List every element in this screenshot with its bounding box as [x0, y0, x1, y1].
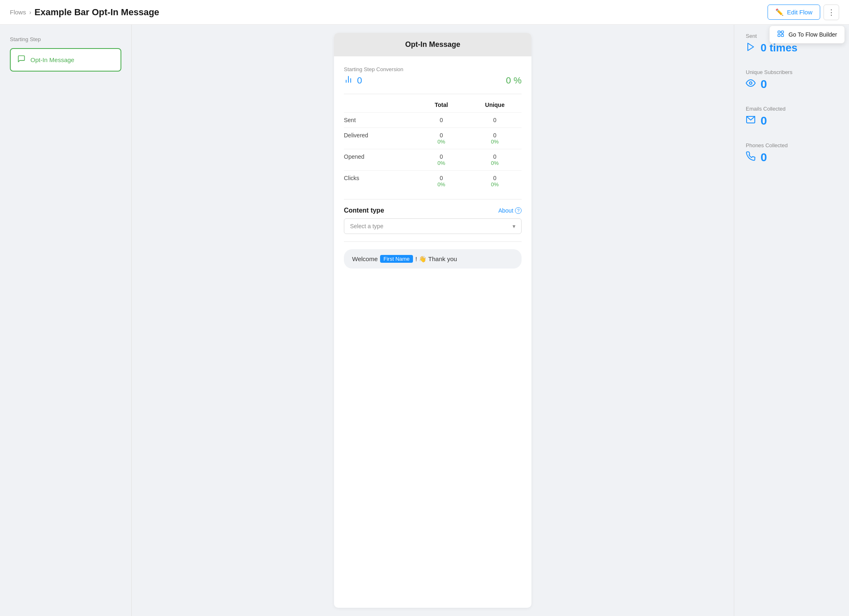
row-total-delivered: 0 0% — [415, 132, 468, 145]
question-icon: ? — [515, 207, 522, 214]
main-layout: Starting Step Opt-In Message Opt-In Mess… — [0, 25, 849, 616]
svg-marker-9 — [748, 43, 754, 51]
chevron-down-icon: ▾ — [513, 223, 515, 229]
row-unique-sent: 0 — [468, 117, 522, 123]
send-icon — [746, 42, 756, 54]
divider-3 — [344, 241, 522, 242]
message-icon — [17, 55, 26, 65]
breadcrumb-flows[interactable]: Flows — [10, 9, 26, 16]
stat-phones-collected: Phones Collected 0 — [746, 142, 837, 164]
edit-flow-button[interactable]: ✏️ Edit Flow — [768, 5, 820, 20]
phones-collected-row: 0 — [746, 151, 837, 164]
svg-rect-0 — [778, 31, 780, 33]
header-right: ✏️ Edit Flow ⋮ — [768, 5, 839, 20]
header: Flows › Example Bar Opt-In Message ✏️ Ed… — [0, 0, 849, 25]
envelope-icon — [746, 115, 756, 127]
more-options-button[interactable]: ⋮ — [823, 5, 839, 20]
phone-icon — [746, 151, 756, 164]
conversion-percent: 0 % — [506, 75, 522, 86]
row-total-sent: 0 — [415, 117, 468, 123]
content-type-title: Content type — [344, 207, 384, 214]
divider-2 — [344, 199, 522, 199]
svg-rect-1 — [781, 31, 783, 33]
eye-icon — [746, 78, 756, 90]
row-total-clicks: 0 0% — [415, 175, 468, 188]
unique-subscribers-value: 0 — [761, 78, 767, 91]
row-unique-clicks: 0 0% — [468, 175, 522, 188]
header-left: Flows › Example Bar Opt-In Message — [10, 7, 159, 18]
emails-collected-row: 0 — [746, 114, 837, 127]
row-label-delivered: Delivered — [344, 132, 415, 139]
conversion-title: Starting Step Conversion — [344, 66, 522, 72]
col-total: Total — [415, 102, 468, 108]
go-to-flow-builder-label: Go To Flow Builder — [789, 31, 837, 38]
sidebar-item-label: Opt-In Message — [30, 56, 74, 63]
message-prefix: Welcome — [352, 255, 378, 262]
col-unique: Unique — [468, 102, 522, 108]
about-link[interactable]: About ? — [498, 207, 522, 214]
divider-1 — [344, 94, 522, 94]
svg-point-10 — [749, 82, 752, 84]
conversion-left: 0 — [344, 75, 362, 86]
row-unique-delivered: 0 0% — [468, 132, 522, 145]
stat-unique-subscribers: Unique Subscribers 0 — [746, 69, 837, 91]
page-title: Example Bar Opt-In Message — [35, 7, 159, 18]
sidebar: Starting Step Opt-In Message — [0, 25, 132, 616]
right-panel: Sent 0 times Unique Subscribers — [734, 25, 849, 616]
panel-header-title: Opt-In Message — [334, 33, 531, 56]
panel-body: Starting Step Conversion 0 — [334, 56, 531, 278]
message-suffix: ! 👋 Thank you — [415, 255, 457, 263]
chart-icon — [344, 75, 353, 86]
sidebar-item-opt-in[interactable]: Opt-In Message — [10, 48, 121, 72]
conversion-section: Starting Step Conversion 0 — [344, 66, 522, 86]
row-unique-opened: 0 0% — [468, 153, 522, 166]
svg-rect-2 — [781, 35, 783, 37]
stat-emails-collected: Emails Collected 0 — [746, 106, 837, 127]
row-label-clicks: Clicks — [344, 175, 415, 181]
conversion-row: 0 0 % — [344, 75, 522, 86]
breadcrumb-chevron: › — [29, 9, 31, 16]
more-icon: ⋮ — [828, 8, 835, 17]
sidebar-section-title: Starting Step — [10, 36, 121, 42]
emails-collected-label: Emails Collected — [746, 106, 837, 112]
go-to-flow-builder-dropdown[interactable]: Go To Flow Builder — [769, 25, 845, 44]
unique-subscribers-row: 0 — [746, 78, 837, 91]
message-preview: Welcome First Name ! 👋 Thank you — [344, 249, 522, 269]
unique-subscribers-label: Unique Subscribers — [746, 69, 837, 75]
content-type-header: Content type About ? — [344, 207, 522, 214]
table-row: Clicks 0 0% 0 0% — [344, 170, 522, 192]
panel-card: Opt-In Message Starting Step Conversion — [334, 33, 531, 608]
svg-rect-3 — [778, 35, 780, 37]
conversion-value: 0 — [357, 75, 362, 86]
phones-collected-value: 0 — [761, 151, 767, 164]
select-placeholder: Select a type — [350, 223, 383, 229]
flow-builder-icon — [777, 30, 784, 39]
row-total-opened: 0 0% — [415, 153, 468, 166]
table-row: Opened 0 0% 0 0% — [344, 149, 522, 170]
content-type-select[interactable]: Select a type ▾ — [344, 218, 522, 234]
edit-flow-label: Edit Flow — [787, 9, 812, 16]
first-name-tag: First Name — [380, 255, 413, 263]
table-row: Delivered 0 0% 0 0% — [344, 127, 522, 149]
phones-collected-label: Phones Collected — [746, 142, 837, 148]
content-type-section: Content type About ? Select a type ▾ — [344, 207, 522, 234]
emails-collected-value: 0 — [761, 114, 767, 127]
content-area: Opt-In Message Starting Step Conversion — [132, 25, 734, 616]
stats-header-row: Total Unique — [344, 102, 522, 112]
table-row: Sent 0 0 — [344, 112, 522, 127]
row-label-opened: Opened — [344, 153, 415, 160]
stats-table: Total Unique Sent 0 0 Deliv — [344, 102, 522, 192]
edit-icon: ✏️ — [775, 8, 784, 16]
row-label-sent: Sent — [344, 117, 415, 123]
